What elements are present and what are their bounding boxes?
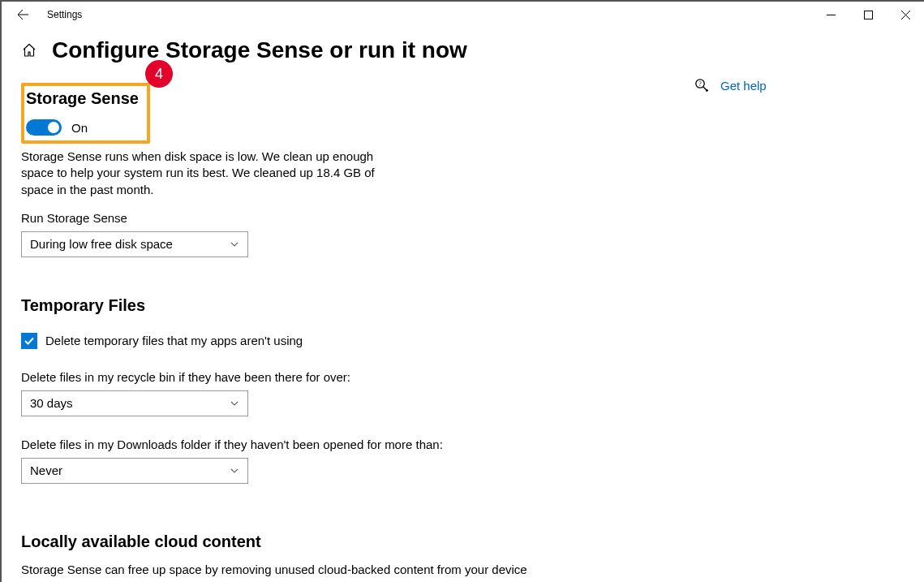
- get-help-link[interactable]: ? Get help: [694, 78, 767, 93]
- main-column: Configure Storage Sense or run it now 4 …: [21, 37, 613, 576]
- recycle-bin-select[interactable]: 30 days: [21, 390, 248, 416]
- page-title: Configure Storage Sense or run it now: [52, 37, 467, 63]
- chevron-down-icon: [230, 466, 239, 476]
- downloads-label: Delete files in my Downloads folder if t…: [21, 438, 613, 451]
- temporary-files-heading: Temporary Files: [21, 296, 613, 315]
- recycle-bin-value: 30 days: [30, 396, 73, 410]
- cloud-content-heading: Locally available cloud content: [21, 532, 613, 551]
- recycle-bin-block: Delete files in my recycle bin if they h…: [21, 370, 613, 416]
- downloads-value: Never: [30, 463, 62, 477]
- minimize-button[interactable]: [812, 2, 849, 28]
- window-controls: [812, 2, 924, 28]
- get-help-label: Get help: [720, 79, 767, 93]
- storage-sense-heading: Storage Sense: [26, 89, 139, 108]
- storage-sense-toggle-row: On: [26, 119, 139, 136]
- home-icon[interactable]: [21, 42, 37, 58]
- storage-sense-description: Storage Sense runs when disk space is lo…: [21, 149, 378, 198]
- storage-sense-toggle[interactable]: [26, 119, 62, 136]
- back-button[interactable]: [6, 2, 39, 28]
- titlebar: Settings: [2, 2, 924, 28]
- help-icon: ?: [694, 78, 709, 93]
- run-storage-sense-value: During low free disk space: [30, 237, 173, 251]
- cloud-content-description: Storage Sense can free up space by remov…: [21, 563, 613, 576]
- downloads-block: Delete files in my Downloads folder if t…: [21, 438, 613, 484]
- close-button[interactable]: [887, 2, 924, 28]
- page-header: Configure Storage Sense or run it now: [21, 37, 613, 63]
- recycle-bin-label: Delete files in my recycle bin if they h…: [21, 370, 613, 384]
- chevron-down-icon: [230, 399, 239, 408]
- svg-text:?: ?: [698, 80, 702, 88]
- close-icon: [901, 11, 910, 19]
- app-title: Settings: [39, 9, 82, 20]
- content-area: Configure Storage Sense or run it now 4 …: [2, 28, 924, 576]
- side-column: ? Get help: [694, 37, 767, 576]
- minimize-icon: [827, 11, 836, 19]
- annotation-highlight: 4 Storage Sense On: [21, 83, 150, 144]
- maximize-icon: [864, 11, 873, 19]
- delete-temp-files-row: Delete temporary files that my apps aren…: [21, 333, 613, 349]
- check-icon: [24, 335, 35, 347]
- run-storage-sense-select[interactable]: During low free disk space: [21, 231, 248, 257]
- arrow-left-icon: [16, 8, 29, 21]
- delete-temp-files-label: Delete temporary files that my apps aren…: [45, 334, 303, 347]
- toggle-knob: [48, 122, 59, 133]
- svg-rect-0: [864, 11, 872, 19]
- chevron-down-icon: [230, 239, 239, 249]
- run-storage-sense-label: Run Storage Sense: [21, 211, 613, 225]
- downloads-select[interactable]: Never: [21, 458, 248, 484]
- maximize-button[interactable]: [849, 2, 887, 28]
- delete-temp-files-checkbox[interactable]: [21, 333, 37, 349]
- annotation-badge: 4: [145, 60, 173, 88]
- toggle-state-label: On: [71, 121, 88, 135]
